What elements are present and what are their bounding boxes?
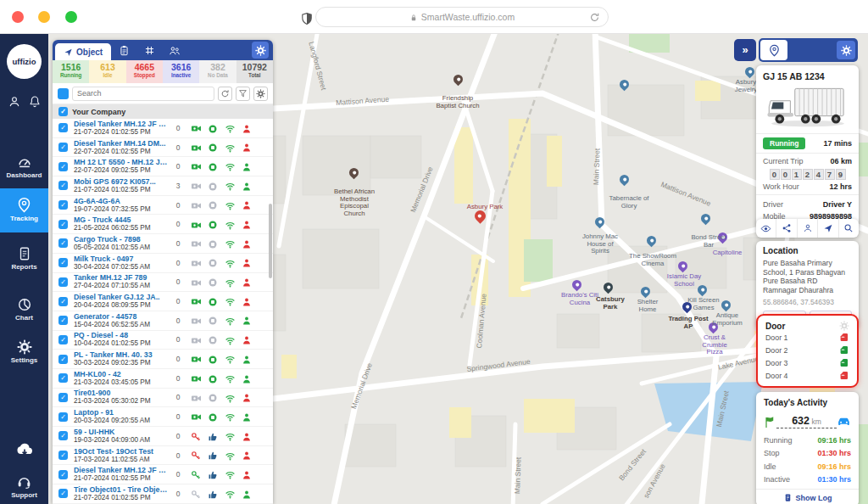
object-name[interactable]: Diesel Tanker MH.14 DM... <box>74 139 169 148</box>
status-count-cell[interactable]: 382 No Data <box>199 60 236 83</box>
object-name[interactable]: Tire01-900 <box>74 389 169 397</box>
object-name[interactable]: Diesel Tanker MH.12 JF 7... <box>74 466 169 474</box>
window-minimize-button[interactable] <box>38 11 50 23</box>
sidebar-item-support[interactable]: Support <box>0 468 48 504</box>
object-row[interactable]: ✓ Diesel Tanker MH.12 JF 7... 21-07-2024… <box>53 465 273 484</box>
tab-groups[interactable] <box>162 42 187 58</box>
row-checkbox[interactable]: ✓ <box>58 431 68 440</box>
object-row[interactable]: ✓ MG - Truck 4445 21-05-2024 06:02:55 PM… <box>53 215 273 234</box>
vehicle-panel-settings-button[interactable] <box>837 41 855 59</box>
row-checkbox[interactable]: ✓ <box>58 316 68 325</box>
object-name[interactable]: PQ - Diesel - 48 <box>74 331 169 339</box>
row-checkbox[interactable]: ✓ <box>58 335 68 344</box>
status-count-cell[interactable]: 10792 Total <box>236 60 273 83</box>
object-row[interactable]: ✓ 59 - UI-HHK 19-03-2024 04:09:00 AM 0 <box>53 427 273 446</box>
refresh-button[interactable] <box>218 87 232 101</box>
row-checkbox[interactable]: ✓ <box>58 143 68 152</box>
row-checkbox[interactable]: ✓ <box>58 297 68 306</box>
company-group-row[interactable]: ✓ Your Company <box>53 104 273 119</box>
object-row[interactable]: ✓ Laptop - 91 20-03-2024 09:20:55 AM 0 <box>53 407 273 427</box>
object-row[interactable]: ✓ PQ - Diesel - 48 10-04-2024 01:02:55 P… <box>53 331 273 350</box>
object-row[interactable]: ✓ MH-KL00 - 42 21-03-2024 03:45:05 PM 0 <box>53 369 273 389</box>
object-name[interactable]: Diesel Tanker GJ.12 JA.. <box>74 293 169 301</box>
object-name[interactable]: Laptop - 91 <box>74 408 169 417</box>
sidebar-item-reports[interactable]: Reports <box>0 241 48 277</box>
object-row[interactable]: ✓ Diesel Tanker GJ.12 JA.. 20-04-2024 08… <box>53 292 273 311</box>
user-icon[interactable] <box>8 93 21 109</box>
row-checkbox[interactable]: ✓ <box>58 393 68 402</box>
object-name[interactable]: 19Oct Test- 19Oct Test <box>74 447 169 456</box>
window-zoom-button[interactable] <box>65 11 77 23</box>
select-all-checkbox[interactable] <box>58 88 69 99</box>
row-checkbox[interactable]: ✓ <box>58 412 68 422</box>
show-log-button[interactable]: Show Log <box>756 489 859 502</box>
find-icon[interactable] <box>839 219 859 238</box>
address-bar[interactable]: SmartWaste.uffizio.com <box>315 7 609 27</box>
panel-collapse-button[interactable]: » <box>734 39 756 61</box>
door-settings-icon[interactable] <box>839 321 849 331</box>
object-row[interactable]: ✓ Tire01-900 21-03-2024 05:30:02 PM 0 <box>53 389 273 408</box>
object-name[interactable]: Generator - 44578 <box>74 312 169 321</box>
search-input[interactable] <box>72 87 214 101</box>
object-row[interactable]: ✓ Mobi GPS 6972 KI057... 21-07-2024 01:0… <box>53 176 273 196</box>
sidebar-item-settings[interactable]: Settings <box>0 334 48 371</box>
object-name[interactable]: Tanker MH.12 JF 789 <box>74 273 169 282</box>
object-name[interactable]: PL - Tanker MH. 40. 33 <box>74 350 169 359</box>
object-name[interactable]: Diesel Tanker MH.12 JF 7... <box>74 120 169 128</box>
tab-object[interactable]: Object <box>55 43 111 60</box>
row-checkbox[interactable]: ✓ <box>58 489 68 498</box>
object-row[interactable]: ✓ Tire Object01 - Tire Object.... 21-07-… <box>53 484 273 504</box>
navigate-icon[interactable] <box>818 219 838 238</box>
object-name[interactable]: Tire Object01 - Tire Object.... <box>74 485 169 494</box>
object-name[interactable]: 59 - UI-HHK <box>74 428 169 436</box>
company-checkbox[interactable]: ✓ <box>58 107 68 116</box>
object-name[interactable]: Milk Truck - 0497 <box>74 255 169 263</box>
row-checkbox[interactable]: ✓ <box>58 258 68 267</box>
row-checkbox[interactable]: ✓ <box>58 181 68 190</box>
reload-icon[interactable] <box>589 11 600 23</box>
object-name[interactable]: MH-KL00 - 42 <box>74 370 169 378</box>
row-checkbox[interactable]: ✓ <box>58 220 68 229</box>
object-name[interactable]: Mobi GPS 6972 KI057... <box>74 177 169 186</box>
sidebar-item-tracking[interactable]: Tracking <box>0 188 48 232</box>
object-row[interactable]: ✓ Cargo Truck - 7898 05-05-2024 01:02:55… <box>53 234 273 254</box>
object-name[interactable]: Cargo Truck - 7898 <box>74 235 169 244</box>
driver-icon[interactable] <box>798 219 818 238</box>
object-row[interactable]: ✓ 19Oct Test- 19Oct Test 17-03-2024 11:0… <box>53 446 273 466</box>
object-row[interactable]: ✓ MH 12 LT 5550 - MH.12 JF 7... 22-07-20… <box>53 157 273 176</box>
row-checkbox[interactable]: ✓ <box>58 123 68 132</box>
object-name[interactable]: MG - Truck 4445 <box>74 216 169 224</box>
window-close-button[interactable] <box>12 11 24 23</box>
bell-icon[interactable] <box>28 93 42 109</box>
eye-icon[interactable] <box>756 219 776 238</box>
panel-settings-button[interactable] <box>252 42 269 59</box>
status-count-cell[interactable]: 4665 Stopped <box>126 60 163 83</box>
shield-icon[interactable] <box>300 10 314 25</box>
object-row[interactable]: ✓ PL - Tanker MH. 40. 33 30-03-2024 09:0… <box>53 350 273 369</box>
object-row[interactable]: ✓ Milk Truck - 0497 30-04-2024 07:02:55 … <box>53 254 273 273</box>
object-row[interactable]: ✓ Diesel Tanker MH.12 JF 7... 21-07-2024… <box>53 119 273 138</box>
list-settings-button[interactable] <box>253 87 268 101</box>
tab-grid[interactable] <box>136 42 162 58</box>
object-name[interactable]: MH 12 LT 5550 - MH.12 JF 7... <box>74 158 169 166</box>
row-checkbox[interactable]: ✓ <box>58 355 68 364</box>
status-count-cell[interactable]: 613 Idle <box>89 60 125 83</box>
filter-button[interactable] <box>236 87 250 101</box>
status-count-cell[interactable]: 3616 Inactive <box>163 60 199 83</box>
row-checkbox[interactable]: ✓ <box>58 277 68 287</box>
object-row[interactable]: ✓ Diesel Tanker MH.14 DM... 22-07-2024 0… <box>53 138 273 158</box>
sidebar-item-chart[interactable]: Chart <box>0 292 48 328</box>
object-row[interactable]: ✓ Tanker MH.12 JF 789 27-04-2024 07:10:5… <box>53 273 273 293</box>
row-checkbox[interactable]: ✓ <box>58 200 68 210</box>
list-scrollbar[interactable] <box>269 204 272 278</box>
tab-clipboard[interactable] <box>111 42 136 58</box>
row-checkbox[interactable]: ✓ <box>58 451 68 460</box>
object-row[interactable]: ✓ Generator - 44578 15-04-2024 06:52:55 … <box>53 311 273 331</box>
object-name[interactable]: 4G-6A-4G-6A <box>74 197 169 205</box>
row-checkbox[interactable]: ✓ <box>58 373 68 383</box>
uffizio-logo[interactable]: uffizio <box>7 44 42 79</box>
tab-vehicle-location[interactable] <box>760 40 787 60</box>
sidebar-item-dashboard[interactable]: Dashboard <box>0 149 48 186</box>
status-count-cell[interactable]: 1516 Running <box>53 60 89 83</box>
object-row[interactable]: ✓ 4G-6A-4G-6A 19-07-2024 07:32:55 PM 0 <box>53 196 273 216</box>
